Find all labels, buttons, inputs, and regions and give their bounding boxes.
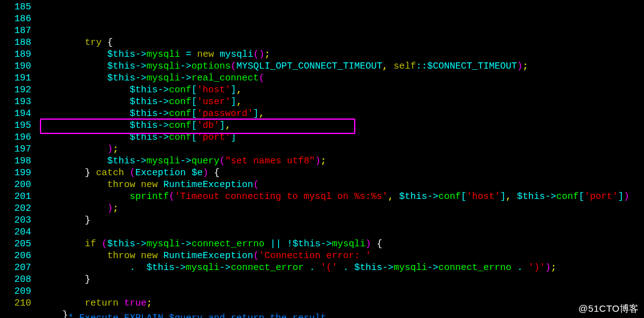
line-number: 210 — [0, 297, 31, 309]
line-number: 190 — [0, 60, 31, 72]
line-number: 208 — [0, 274, 31, 286]
code-line[interactable]: $this->conf['password'], — [36, 108, 629, 120]
line-number: 200 — [0, 179, 31, 191]
code-line[interactable] — [36, 226, 629, 238]
code-line[interactable]: $this->mysqli->query("set names utf8"); — [36, 155, 629, 167]
line-number: 191 — [0, 72, 31, 84]
code-line[interactable]: throw new RuntimeException('Connection e… — [36, 250, 629, 262]
line-number: 202 — [0, 203, 31, 214]
code-line[interactable]: ); — [36, 203, 629, 214]
line-number: 206 — [0, 250, 31, 262]
line-number: 205 — [0, 238, 31, 250]
line-number: 185 — [0, 1, 31, 13]
line-number: 199 — [0, 167, 31, 179]
code-line[interactable]: $this->conf['db'], — [36, 120, 629, 132]
line-number: 193 — [0, 96, 31, 108]
code-line[interactable]: $this->mysqli->real_connect( — [36, 72, 629, 84]
code-line[interactable]: } — [36, 214, 629, 226]
code-line[interactable]: ); — [36, 143, 629, 155]
code-line[interactable]: sprintf('Timeout connecting to mysql on … — [36, 191, 629, 203]
code-line[interactable]: . $this->mysqli->connect_error . '(' . $… — [36, 262, 629, 274]
line-number: 189 — [0, 49, 31, 60]
code-line[interactable]: $this->conf['host'], — [36, 84, 629, 96]
code-line[interactable]: try { — [36, 37, 629, 49]
line-number: 197 — [0, 143, 31, 155]
line-number: 192 — [0, 84, 31, 96]
code-line[interactable] — [36, 286, 629, 297]
line-number: 186 — [0, 13, 31, 25]
code-line[interactable]: $this->mysqli = new mysqli(); — [36, 49, 629, 60]
cutoff-comment-line: * Execute EXPLAIN $query and return the … — [40, 312, 326, 318]
line-number: 201 — [0, 191, 31, 203]
code-line[interactable]: if ($this->mysqli->connect_errno || !$th… — [36, 238, 629, 250]
code-line[interactable]: $this->conf['user'], — [36, 96, 629, 108]
line-number: 207 — [0, 262, 31, 274]
line-number: 198 — [0, 155, 31, 167]
code-line[interactable]: throw new RuntimeException( — [36, 179, 629, 191]
code-line[interactable]: $this->mysqli->options(MYSQLI_OPT_CONNEC… — [36, 60, 629, 72]
code-line[interactable]: return true; — [36, 297, 629, 309]
code-editor[interactable]: 1851861871881891901911921931941951961971… — [0, 0, 644, 318]
line-number: 203 — [0, 214, 31, 226]
line-number: 195 — [0, 120, 31, 132]
line-number: 187 — [0, 25, 31, 37]
code-area[interactable]: try { $this->mysqli = new mysqli(); $thi… — [36, 1, 629, 318]
line-number: 209 — [0, 286, 31, 297]
line-number: 188 — [0, 37, 31, 49]
line-number: 204 — [0, 226, 31, 238]
line-number-gutter: 1851861871881891901911921931941951961971… — [0, 1, 36, 318]
line-number: 194 — [0, 108, 31, 120]
code-line[interactable]: } catch (Exception $e) { — [36, 167, 629, 179]
code-line[interactable]: } — [36, 274, 629, 286]
line-number: 196 — [0, 132, 31, 143]
code-line[interactable]: $this->conf['port'] — [36, 132, 629, 143]
